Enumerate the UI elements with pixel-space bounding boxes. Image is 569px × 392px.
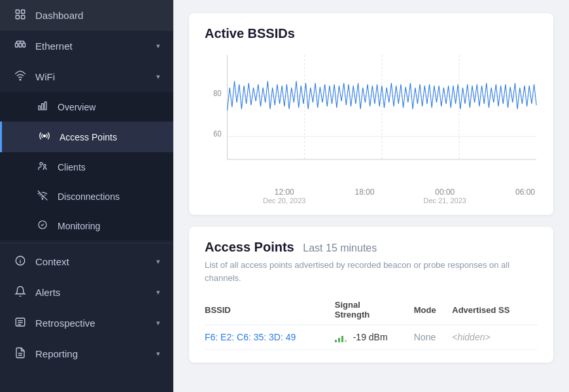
cell-advertised-ss: <hidden> [452, 325, 538, 350]
sidebar-item-wifi[interactable]: WiFi ▾ [0, 61, 173, 92]
wifi-submenu: Overview Access Points Clients [0, 92, 173, 240]
sidebar-item-disconnections[interactable]: Disconnections [0, 182, 173, 211]
section-title: Access Points Last 15 minutes [205, 240, 538, 255]
x-date: Dec 20, 2023 [263, 197, 305, 204]
table-row: F6: E2: C6: 35: 3D: 49 -19 dBm None <hid… [205, 325, 538, 350]
bssid-link[interactable]: F6: E2: C6: 35: 3D: 49 [205, 332, 296, 342]
reporting-icon [13, 347, 27, 361]
col-signal: SignalStrength [335, 295, 414, 325]
sidebar-label-dashboard: Dashboard [35, 10, 160, 21]
signal-bar-3 [341, 336, 343, 342]
cell-signal: -19 dBm [335, 325, 414, 350]
svg-rect-0 [16, 10, 19, 13]
wifi-icon [13, 70, 27, 84]
chevron-down-icon: ▾ [156, 257, 160, 266]
svg-text:60: 60 [213, 130, 221, 139]
svg-text:80: 80 [213, 90, 221, 98]
svg-rect-2 [16, 16, 19, 19]
chart-title: Active BSSIDs [205, 26, 538, 41]
x-time: 00:00 [435, 188, 455, 197]
sidebar-item-context[interactable]: Context ▾ [0, 246, 173, 277]
info-icon [13, 255, 27, 269]
x-time: 12:00 [275, 188, 294, 197]
monitoring-icon [35, 220, 50, 232]
table-header-row: BSSID SignalStrength Mode Advertised SS [205, 295, 538, 325]
x-label-1200: 12:00 Dec 20, 2023 [263, 188, 305, 204]
sidebar-label-alerts: Alerts [35, 287, 148, 298]
svg-rect-14 [44, 102, 46, 110]
sidebar-item-dashboard[interactable]: Dashboard [0, 0, 173, 31]
svg-point-15 [44, 135, 46, 137]
chart-icon [35, 101, 50, 113]
svg-rect-3 [22, 16, 25, 19]
sidebar-label-ethernet: Ethernet [35, 41, 148, 52]
grid-icon [13, 8, 27, 22]
svg-point-11 [20, 79, 21, 80]
access-points-table: BSSID SignalStrength Mode Advertised SS … [205, 295, 538, 350]
svg-rect-5 [19, 43, 22, 47]
section-subtitle: Last 15 minutes [303, 242, 377, 253]
chart-card: Active BSSIDs 80 60 [189, 13, 553, 215]
sidebar-label-wifi: WiFi [35, 71, 148, 82]
signal-value: -19 dBm [353, 332, 388, 342]
chart-container: 80 60 12:00 Dec 20, 2023 [205, 52, 538, 202]
col-mode: Mode [414, 295, 453, 325]
svg-point-17 [44, 165, 46, 167]
ap-icon [37, 130, 52, 144]
chevron-down-icon: ▾ [156, 73, 160, 81]
sidebar-item-retrospective[interactable]: Retrospective ▾ [0, 308, 173, 338]
sidebar-item-reporting[interactable]: Reporting ▾ [0, 338, 173, 369]
sidebar-item-ethernet[interactable]: Ethernet ▾ [0, 31, 173, 61]
x-label-0000: 00:00 Dec 21, 2023 [424, 188, 466, 204]
divider-1 [0, 243, 173, 244]
x-label-1800: 18:00 [354, 188, 374, 204]
chevron-down-icon: ▾ [156, 288, 160, 297]
cell-mode: None [414, 325, 453, 350]
section-description: List of all access points advertised by … [205, 259, 538, 284]
x-label-0600: 06:00 [515, 188, 535, 204]
sidebar-label-disconnections: Disconnections [58, 191, 160, 202]
sidebar-label-reporting: Reporting [35, 348, 148, 359]
col-bssid: BSSID [205, 295, 335, 325]
sidebar-item-alerts[interactable]: Alerts ▾ [0, 277, 173, 308]
section-title-main: Access Points [205, 240, 294, 254]
clients-icon [35, 161, 50, 173]
disconnections-icon [35, 190, 50, 203]
chevron-down-icon: ▾ [156, 319, 160, 327]
ethernet-icon [13, 39, 27, 53]
main-content: Active BSSIDs 80 60 [173, 0, 569, 392]
sidebar-label-retrospective: Retrospective [35, 318, 148, 329]
svg-rect-1 [22, 10, 25, 13]
chevron-down-icon: ▾ [156, 42, 160, 50]
svg-rect-13 [42, 104, 44, 110]
sidebar-item-access-points[interactable]: Access Points [0, 122, 173, 152]
x-time: 18:00 [354, 188, 374, 197]
col-advertised-ss: Advertised SS [452, 295, 538, 325]
sidebar-label-context: Context [35, 256, 148, 267]
svg-rect-4 [16, 43, 18, 47]
cell-bssid: F6: E2: C6: 35: 3D: 49 [205, 325, 335, 350]
sidebar-label-clients: Clients [58, 162, 160, 172]
svg-rect-6 [23, 43, 26, 47]
sidebar-item-clients[interactable]: Clients [0, 152, 173, 182]
signal-bars-icon [335, 333, 347, 342]
x-time: 06:00 [515, 188, 535, 197]
sidebar-label-access-points: Access Points [60, 132, 160, 142]
signal-bar-4 [345, 340, 347, 342]
bell-icon [13, 286, 27, 299]
chevron-down-icon: ▾ [156, 350, 160, 358]
sidebar-label-monitoring: Monitoring [58, 221, 160, 231]
signal-bar-1 [335, 340, 337, 342]
list-icon [13, 316, 27, 330]
sidebar-label-overview: Overview [58, 102, 160, 112]
svg-rect-12 [39, 106, 41, 110]
bssid-chart: 80 60 [205, 52, 538, 182]
svg-point-18 [42, 199, 43, 200]
sidebar: Dashboard Ethernet ▾ WiFi ▾ [0, 0, 173, 392]
sidebar-item-monitoring[interactable]: Monitoring [0, 211, 173, 240]
x-date: Dec 21, 2023 [424, 197, 466, 204]
svg-point-16 [40, 163, 43, 165]
chart-x-labels: 12:00 Dec 20, 2023 18:00 00:00 Dec 21, 2… [205, 188, 538, 204]
signal-bar-2 [338, 338, 340, 342]
sidebar-item-overview[interactable]: Overview [0, 92, 173, 122]
